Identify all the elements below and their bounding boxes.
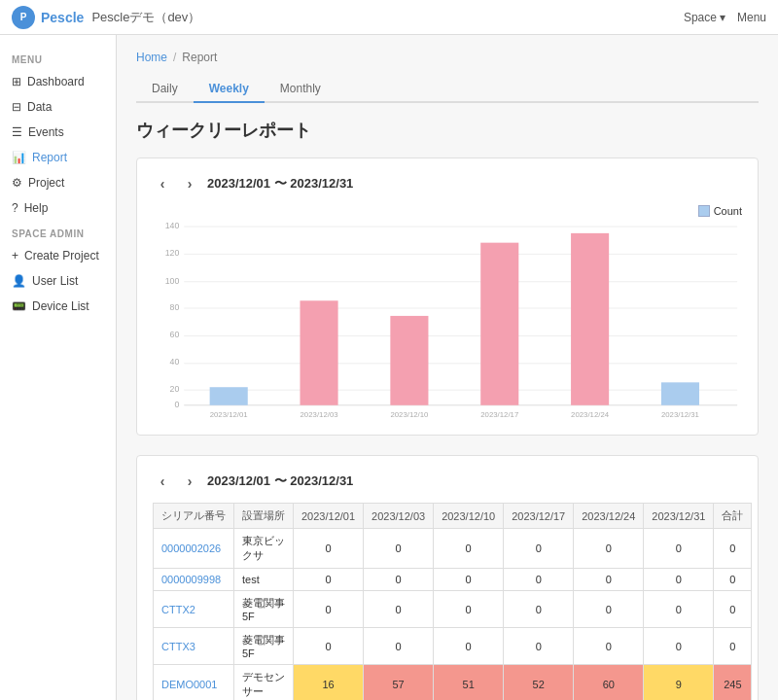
table-header-row: シリアル番号 設置場所 2023/12/01 2023/12/03 2023/1… bbox=[154, 504, 752, 529]
tab-daily[interactable]: Daily bbox=[136, 76, 194, 103]
svg-text:20: 20 bbox=[170, 384, 180, 394]
events-icon: ☰ bbox=[12, 125, 22, 139]
space-button[interactable]: Space ▾ bbox=[684, 11, 725, 24]
sidebar-item-label: Events bbox=[28, 125, 64, 139]
legend-label: Count bbox=[714, 205, 742, 217]
cell-value: 0 bbox=[294, 628, 364, 665]
col-header-total: 合計 bbox=[714, 504, 752, 529]
bar-4 bbox=[480, 243, 518, 405]
cell-value: 0 bbox=[714, 569, 752, 591]
table-card: ‹ › 2023/12/01 〜 2023/12/31 シリアル番号 設置場所 … bbox=[136, 455, 759, 700]
cell-value: 0 bbox=[714, 628, 752, 665]
cell-value: 9 bbox=[644, 665, 714, 701]
table-prev-button[interactable]: ‹ bbox=[153, 472, 172, 491]
report-icon: 📊 bbox=[12, 151, 26, 164]
cell-value: 0 bbox=[714, 591, 752, 628]
cell-value: 0 bbox=[644, 569, 714, 591]
sidebar-item-events[interactable]: ☰ Events bbox=[0, 120, 116, 145]
cell-value: 57 bbox=[364, 665, 434, 701]
cell-location: test bbox=[234, 569, 294, 591]
breadcrumb-home[interactable]: Home bbox=[136, 51, 167, 64]
sidebar-item-create-project[interactable]: + Create Project bbox=[0, 243, 116, 268]
layout: MENU ⊞ Dashboard ⊟ Data ☰ Events 📊 Repor… bbox=[0, 35, 778, 700]
chart-prev-button[interactable]: ‹ bbox=[153, 174, 172, 193]
cell-value: 0 bbox=[364, 569, 434, 591]
cell-value: 0 bbox=[574, 591, 644, 628]
svg-text:120: 120 bbox=[165, 248, 180, 258]
chart-next-button[interactable]: › bbox=[180, 174, 199, 193]
col-header-d2: 2023/12/03 bbox=[364, 504, 434, 529]
app-subtitle: Pescleデモ（dev） bbox=[91, 9, 200, 26]
chart-date-range: 2023/12/01 〜 2023/12/31 bbox=[207, 175, 353, 192]
report-tabs: Daily Weekly Monthly bbox=[136, 76, 759, 103]
cell-value: 245 bbox=[714, 665, 752, 701]
svg-text:80: 80 bbox=[170, 302, 180, 312]
svg-text:100: 100 bbox=[165, 276, 180, 286]
svg-text:2023/12/01: 2023/12/01 bbox=[210, 410, 248, 419]
cell-value: 0 bbox=[294, 591, 364, 628]
bar-5 bbox=[571, 233, 609, 405]
logo-text: Pescle bbox=[41, 10, 84, 25]
tab-weekly[interactable]: Weekly bbox=[194, 76, 265, 103]
sidebar-item-label: Device List bbox=[32, 299, 89, 313]
col-header-location: 設置場所 bbox=[234, 504, 294, 529]
bar-chart: 140 120 100 80 60 40 20 0 bbox=[153, 205, 742, 419]
page-title: ウィークリーレポート bbox=[136, 119, 759, 142]
topbar: P Pescle Pescleデモ（dev） Space ▾ Menu bbox=[0, 0, 778, 35]
sidebar-item-label: Data bbox=[27, 100, 52, 114]
sidebar-item-label: Help bbox=[24, 201, 49, 215]
table-next-button[interactable]: › bbox=[180, 472, 199, 491]
cell-serial[interactable]: 0000009998 bbox=[154, 569, 234, 591]
cell-value: 0 bbox=[644, 529, 714, 569]
cell-serial[interactable]: CTTX3 bbox=[154, 628, 234, 665]
svg-text:2023/12/03: 2023/12/03 bbox=[301, 410, 338, 419]
main-content: Home / Report Daily Weekly Monthly ウィークリ… bbox=[117, 35, 778, 700]
cell-serial[interactable]: 0000002026 bbox=[154, 529, 234, 569]
cell-value: 0 bbox=[504, 529, 574, 569]
topbar-left: P Pescle Pescleデモ（dev） bbox=[12, 6, 200, 29]
menu-button[interactable]: Menu bbox=[737, 11, 766, 24]
sidebar-item-dashboard[interactable]: ⊞ Dashboard bbox=[0, 69, 116, 94]
chart-date-nav: ‹ › 2023/12/01 〜 2023/12/31 bbox=[153, 174, 742, 193]
cell-serial[interactable]: CTTX2 bbox=[154, 591, 234, 628]
cell-value: 0 bbox=[504, 569, 574, 591]
sidebar-item-data[interactable]: ⊟ Data bbox=[0, 94, 116, 120]
chart-legend: Count bbox=[698, 205, 742, 217]
table-row: CTTX3菱電関事5F0000000 bbox=[154, 628, 752, 665]
breadcrumb-separator: / bbox=[173, 51, 176, 64]
sidebar-item-help[interactable]: ? Help bbox=[0, 195, 116, 221]
cell-value: 0 bbox=[364, 591, 434, 628]
table-row: 0000002026東京ビックサ0000000 bbox=[154, 529, 752, 569]
cell-value: 0 bbox=[574, 529, 644, 569]
data-icon: ⊟ bbox=[12, 100, 21, 114]
cell-serial[interactable]: DEMO0001 bbox=[154, 665, 234, 701]
cell-value: 16 bbox=[294, 665, 364, 701]
cell-value: 0 bbox=[504, 628, 574, 665]
cell-location: 菱電関事5F bbox=[234, 628, 294, 665]
cell-location: デモセンサー bbox=[234, 665, 294, 701]
cell-value: 0 bbox=[714, 529, 752, 569]
sidebar-item-user-list[interactable]: 👤 User List bbox=[0, 268, 116, 294]
cell-value: 0 bbox=[644, 591, 714, 628]
cell-value: 0 bbox=[434, 529, 504, 569]
topbar-right: Space ▾ Menu bbox=[684, 11, 766, 24]
cell-value: 0 bbox=[504, 591, 574, 628]
help-icon: ? bbox=[12, 201, 18, 215]
svg-text:2023/12/31: 2023/12/31 bbox=[661, 410, 699, 419]
sidebar-item-project[interactable]: ⚙ Project bbox=[0, 170, 116, 195]
bar-6 bbox=[661, 382, 699, 404]
sidebar-item-device-list[interactable]: 📟 Device List bbox=[0, 294, 116, 319]
col-header-d5: 2023/12/24 bbox=[574, 504, 644, 529]
cell-value: 0 bbox=[434, 628, 504, 665]
sidebar-item-label: Create Project bbox=[24, 249, 99, 262]
sidebar-item-report[interactable]: 📊 Report bbox=[0, 145, 116, 170]
sidebar-item-label: Project bbox=[28, 176, 64, 190]
svg-text:2023/12/17: 2023/12/17 bbox=[480, 410, 518, 419]
tab-monthly[interactable]: Monthly bbox=[265, 76, 336, 103]
admin-section-label: SPACE ADMIN bbox=[0, 221, 116, 243]
cell-location: 菱電関事5F bbox=[234, 591, 294, 628]
cell-value: 0 bbox=[574, 628, 644, 665]
bar-1 bbox=[210, 387, 248, 405]
sidebar-item-label: Report bbox=[32, 151, 67, 164]
cell-value: 52 bbox=[504, 665, 574, 701]
